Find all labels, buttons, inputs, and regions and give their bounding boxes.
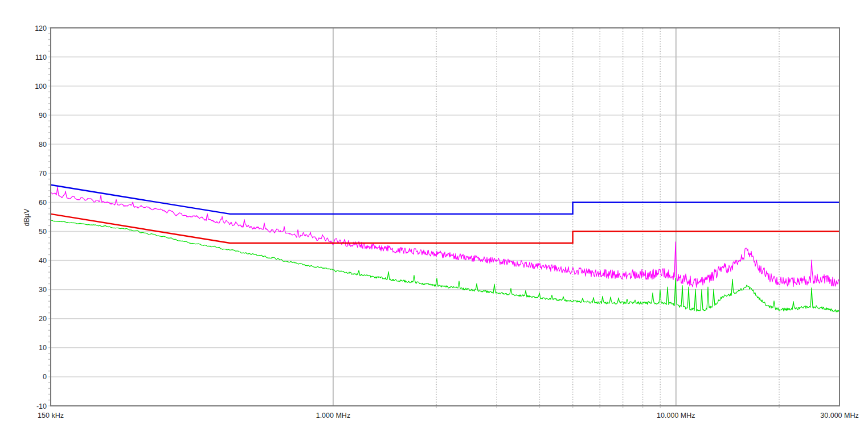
y-tick-label: 70 bbox=[39, 170, 47, 178]
y-tick-label: 110 bbox=[35, 54, 47, 61]
y-tick-label: 50 bbox=[39, 228, 47, 236]
y-tick-label: 30 bbox=[39, 286, 47, 294]
y-tick-label: 10 bbox=[39, 344, 47, 352]
y-tick-label: 40 bbox=[39, 257, 47, 265]
y-tick-label: -10 bbox=[36, 402, 47, 410]
emissions-chart-canvas: 1201101009080706050403020100-10150 kHz1.… bbox=[0, 0, 868, 448]
y-axis-label: dBµV bbox=[23, 209, 31, 227]
y-tick-label: 60 bbox=[39, 199, 47, 207]
x-tick-label: 10.000 MHz bbox=[657, 412, 695, 420]
x-tick-label: 150 kHz bbox=[38, 412, 64, 420]
y-tick-label: 120 bbox=[35, 24, 47, 32]
plot-background bbox=[51, 28, 840, 406]
y-tick-label: 20 bbox=[39, 315, 47, 323]
y-tick-label: 90 bbox=[39, 112, 47, 120]
y-tick-label: 80 bbox=[39, 141, 47, 149]
x-tick-label: 30.000 MHz bbox=[820, 412, 858, 420]
emissions-chart-page: 1201101009080706050403020100-10150 kHz1.… bbox=[0, 0, 868, 448]
y-tick-label: 100 bbox=[35, 83, 47, 91]
y-tick-label: 0 bbox=[43, 373, 47, 381]
x-tick-label: 1.000 MHz bbox=[316, 412, 350, 420]
